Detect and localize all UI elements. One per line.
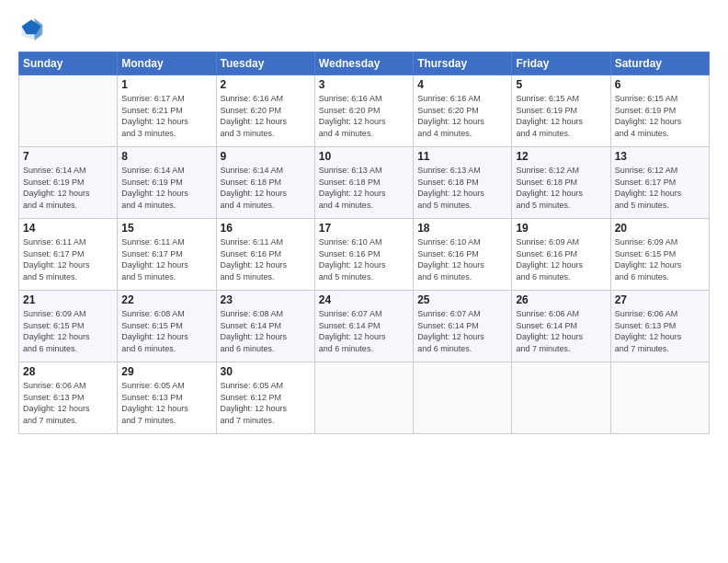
- calendar-cell: [610, 362, 709, 434]
- logo-icon: [18, 17, 44, 42]
- day-number: 22: [121, 293, 211, 306]
- day-info: Sunrise: 6:11 AM Sunset: 6:16 PM Dayligh…: [221, 236, 311, 282]
- day-number: 29: [121, 365, 211, 378]
- day-number: 14: [23, 222, 113, 235]
- day-number: 20: [615, 222, 705, 235]
- day-info: Sunrise: 6:16 AM Sunset: 6:20 PM Dayligh…: [221, 93, 311, 139]
- day-info: Sunrise: 6:07 AM Sunset: 6:14 PM Dayligh…: [319, 308, 409, 354]
- calendar-cell: 5Sunrise: 6:15 AM Sunset: 6:19 PM Daylig…: [512, 75, 610, 147]
- day-number: 25: [417, 293, 507, 306]
- calendar-week-row: 21Sunrise: 6:09 AM Sunset: 6:15 PM Dayli…: [19, 291, 710, 362]
- calendar-cell: 19Sunrise: 6:09 AM Sunset: 6:16 PM Dayli…: [512, 219, 610, 291]
- calendar-cell: 1Sunrise: 6:17 AM Sunset: 6:21 PM Daylig…: [118, 75, 216, 147]
- calendar-header-row: SundayMondayTuesdayWednesdayThursdayFrid…: [19, 52, 710, 75]
- calendar-cell: [314, 362, 413, 434]
- calendar-cell: 21Sunrise: 6:09 AM Sunset: 6:15 PM Dayli…: [19, 291, 118, 362]
- calendar-cell: 12Sunrise: 6:12 AM Sunset: 6:18 PM Dayli…: [512, 147, 610, 219]
- day-info: Sunrise: 6:13 AM Sunset: 6:18 PM Dayligh…: [319, 165, 409, 211]
- calendar-cell: 10Sunrise: 6:13 AM Sunset: 6:18 PM Dayli…: [314, 147, 413, 219]
- day-info: Sunrise: 6:07 AM Sunset: 6:14 PM Dayligh…: [417, 308, 507, 354]
- day-info: Sunrise: 6:09 AM Sunset: 6:16 PM Dayligh…: [516, 236, 606, 282]
- calendar-header-tuesday: Tuesday: [216, 52, 314, 75]
- day-info: Sunrise: 6:08 AM Sunset: 6:14 PM Dayligh…: [221, 308, 311, 354]
- day-number: 12: [516, 150, 606, 163]
- calendar-header-friday: Friday: [512, 52, 610, 75]
- day-number: 30: [221, 365, 311, 378]
- day-info: Sunrise: 6:09 AM Sunset: 6:15 PM Dayligh…: [23, 308, 113, 354]
- calendar-week-row: 7Sunrise: 6:14 AM Sunset: 6:19 PM Daylig…: [19, 147, 710, 219]
- day-number: 1: [121, 78, 211, 91]
- day-info: Sunrise: 6:12 AM Sunset: 6:17 PM Dayligh…: [615, 165, 705, 211]
- header: [18, 17, 710, 42]
- calendar-cell: 13Sunrise: 6:12 AM Sunset: 6:17 PM Dayli…: [610, 147, 709, 219]
- calendar-week-row: 28Sunrise: 6:06 AM Sunset: 6:13 PM Dayli…: [19, 362, 710, 434]
- calendar-cell: 29Sunrise: 6:05 AM Sunset: 6:13 PM Dayli…: [118, 362, 216, 434]
- calendar-cell: 14Sunrise: 6:11 AM Sunset: 6:17 PM Dayli…: [19, 219, 118, 291]
- day-info: Sunrise: 6:11 AM Sunset: 6:17 PM Dayligh…: [23, 236, 113, 282]
- calendar-cell: 8Sunrise: 6:14 AM Sunset: 6:19 PM Daylig…: [118, 147, 216, 219]
- calendar-cell: [414, 362, 512, 434]
- calendar-week-row: 1Sunrise: 6:17 AM Sunset: 6:21 PM Daylig…: [19, 75, 710, 147]
- calendar-cell: 28Sunrise: 6:06 AM Sunset: 6:13 PM Dayli…: [19, 362, 118, 434]
- logo: [18, 17, 48, 42]
- day-number: 2: [221, 78, 311, 91]
- day-number: 23: [221, 293, 311, 306]
- day-info: Sunrise: 6:08 AM Sunset: 6:15 PM Dayligh…: [121, 308, 211, 354]
- calendar-cell: 17Sunrise: 6:10 AM Sunset: 6:16 PM Dayli…: [314, 219, 413, 291]
- calendar-cell: 27Sunrise: 6:06 AM Sunset: 6:13 PM Dayli…: [610, 291, 709, 362]
- day-info: Sunrise: 6:14 AM Sunset: 6:18 PM Dayligh…: [221, 165, 311, 211]
- day-info: Sunrise: 6:13 AM Sunset: 6:18 PM Dayligh…: [417, 165, 507, 211]
- day-info: Sunrise: 6:11 AM Sunset: 6:17 PM Dayligh…: [121, 236, 211, 282]
- calendar-table: SundayMondayTuesdayWednesdayThursdayFrid…: [18, 52, 710, 434]
- calendar-cell: 4Sunrise: 6:16 AM Sunset: 6:20 PM Daylig…: [414, 75, 512, 147]
- calendar-header-monday: Monday: [118, 52, 216, 75]
- day-info: Sunrise: 6:10 AM Sunset: 6:16 PM Dayligh…: [319, 236, 409, 282]
- calendar-cell: 26Sunrise: 6:06 AM Sunset: 6:14 PM Dayli…: [512, 291, 610, 362]
- day-number: 16: [221, 222, 311, 235]
- day-number: 10: [319, 150, 409, 163]
- calendar-cell: 11Sunrise: 6:13 AM Sunset: 6:18 PM Dayli…: [414, 147, 512, 219]
- day-number: 27: [615, 293, 705, 306]
- calendar-cell: 2Sunrise: 6:16 AM Sunset: 6:20 PM Daylig…: [216, 75, 314, 147]
- day-number: 3: [319, 78, 409, 91]
- calendar-header-wednesday: Wednesday: [314, 52, 413, 75]
- day-info: Sunrise: 6:14 AM Sunset: 6:19 PM Dayligh…: [23, 165, 113, 211]
- calendar-cell: 9Sunrise: 6:14 AM Sunset: 6:18 PM Daylig…: [216, 147, 314, 219]
- calendar-cell: 30Sunrise: 6:05 AM Sunset: 6:12 PM Dayli…: [216, 362, 314, 434]
- day-info: Sunrise: 6:05 AM Sunset: 6:13 PM Dayligh…: [121, 380, 211, 426]
- day-number: 26: [516, 293, 606, 306]
- calendar-cell: 6Sunrise: 6:15 AM Sunset: 6:19 PM Daylig…: [610, 75, 709, 147]
- calendar-week-row: 14Sunrise: 6:11 AM Sunset: 6:17 PM Dayli…: [19, 219, 710, 291]
- day-number: 17: [319, 222, 409, 235]
- day-number: 4: [417, 78, 507, 91]
- calendar-cell: [19, 75, 118, 147]
- day-number: 8: [121, 150, 211, 163]
- page: SundayMondayTuesdayWednesdayThursdayFrid…: [0, 0, 728, 563]
- calendar-cell: 15Sunrise: 6:11 AM Sunset: 6:17 PM Dayli…: [118, 219, 216, 291]
- calendar-cell: 20Sunrise: 6:09 AM Sunset: 6:15 PM Dayli…: [610, 219, 709, 291]
- day-number: 15: [121, 222, 211, 235]
- day-number: 6: [615, 78, 705, 91]
- calendar-cell: 23Sunrise: 6:08 AM Sunset: 6:14 PM Dayli…: [216, 291, 314, 362]
- day-number: 19: [516, 222, 606, 235]
- day-info: Sunrise: 6:15 AM Sunset: 6:19 PM Dayligh…: [615, 93, 705, 139]
- day-info: Sunrise: 6:06 AM Sunset: 6:13 PM Dayligh…: [23, 380, 113, 426]
- day-info: Sunrise: 6:14 AM Sunset: 6:19 PM Dayligh…: [121, 165, 211, 211]
- day-number: 5: [516, 78, 606, 91]
- calendar-cell: 24Sunrise: 6:07 AM Sunset: 6:14 PM Dayli…: [314, 291, 413, 362]
- day-number: 18: [417, 222, 507, 235]
- day-info: Sunrise: 6:05 AM Sunset: 6:12 PM Dayligh…: [221, 380, 311, 426]
- day-info: Sunrise: 6:16 AM Sunset: 6:20 PM Dayligh…: [319, 93, 409, 139]
- day-info: Sunrise: 6:09 AM Sunset: 6:15 PM Dayligh…: [615, 236, 705, 282]
- day-number: 9: [221, 150, 311, 163]
- day-info: Sunrise: 6:17 AM Sunset: 6:21 PM Dayligh…: [121, 93, 211, 139]
- day-info: Sunrise: 6:06 AM Sunset: 6:14 PM Dayligh…: [516, 308, 606, 354]
- day-number: 13: [615, 150, 705, 163]
- calendar-header-saturday: Saturday: [610, 52, 709, 75]
- calendar-cell: 22Sunrise: 6:08 AM Sunset: 6:15 PM Dayli…: [118, 291, 216, 362]
- day-number: 24: [319, 293, 409, 306]
- day-number: 28: [23, 365, 113, 378]
- day-info: Sunrise: 6:06 AM Sunset: 6:13 PM Dayligh…: [615, 308, 705, 354]
- day-number: 11: [417, 150, 507, 163]
- calendar-header-thursday: Thursday: [414, 52, 512, 75]
